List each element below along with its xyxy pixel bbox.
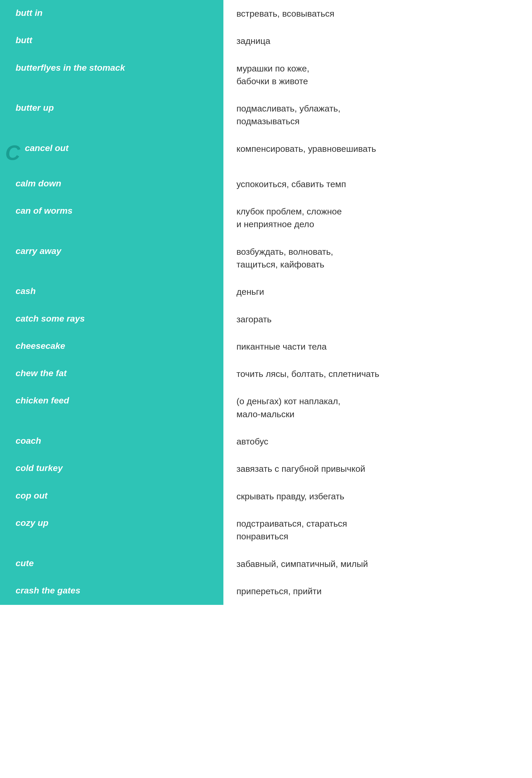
entry-translation: подмасливать, ублажать,подмазываться — [236, 102, 340, 128]
entry-left-coach: coach — [0, 428, 224, 455]
entry-translation: скрывать правду, избегать — [236, 490, 344, 503]
entry-translation: деньги — [236, 286, 264, 298]
entry-term: cancel out — [25, 143, 69, 154]
entry-translation: задница — [236, 34, 270, 47]
entries-list: butt inвстревать, всовыватьсяbuttзадница… — [0, 0, 532, 778]
entry-left-cancel-out: Ccancel out — [0, 135, 224, 170]
entry-term: cute — [16, 558, 34, 569]
entry-left-cute: cute — [0, 550, 224, 577]
entry-term: butt — [16, 34, 32, 46]
entry-right-cash: деньги — [224, 278, 532, 305]
entry-row: crash the gatesприпереться, прийти — [0, 577, 532, 605]
entry-right-catch-some-rays: загорать — [224, 306, 532, 333]
entry-translation: встревать, всовываться — [236, 7, 334, 20]
entry-left-butt-in: butt in — [0, 0, 224, 27]
entry-right-cheesecake: пикантные части тела — [224, 333, 532, 360]
entry-translation: завязать с пагубной привычкой — [236, 462, 365, 475]
entry-translation: мурашки по коже,бабочки в животе — [236, 62, 309, 88]
entry-term: cold turkey — [16, 462, 63, 474]
entry-row: cop outскрывать правду, избегать — [0, 483, 532, 510]
entry-right-butt: задница — [224, 27, 532, 55]
entry-row: butt inвстревать, всовываться — [0, 0, 532, 27]
section-letter-C: C — [5, 143, 20, 163]
dictionary-container: butt inвстревать, всовыватьсяbuttзадница… — [0, 0, 532, 778]
entry-translation: пикантные части тела — [236, 340, 327, 353]
entry-translation: возбуждать, волновать,тащиться, кайфоват… — [236, 245, 333, 271]
entry-left-cold-turkey: cold turkey — [0, 455, 224, 482]
entry-row: Ccancel outкомпенсировать, уравновешиват… — [0, 135, 532, 170]
entry-right-chew-the-fat: точить лясы, болтать, сплетничать — [224, 360, 532, 388]
entry-left-carry-away: carry away — [0, 238, 224, 279]
entry-right-cop-out: скрывать правду, избегать — [224, 483, 532, 510]
entry-left-cheesecake: cheesecake — [0, 333, 224, 360]
entry-term: cop out — [16, 490, 48, 501]
entry-left-cop-out: cop out — [0, 483, 224, 510]
entry-translation: клубок проблем, сложноеи неприятное дело — [236, 205, 342, 231]
entry-row: chew the fatточить лясы, болтать, сплетн… — [0, 360, 532, 388]
entry-term: cozy up — [16, 517, 49, 529]
entry-left-butter-up: butter up — [0, 95, 224, 135]
entry-term: carry away — [16, 245, 61, 256]
entry-term: chicken feed — [16, 395, 69, 406]
entry-row: cold turkeyзавязать с пагубной привычкой — [0, 455, 532, 482]
entry-right-cute: забавный, симпатичный, милый — [224, 550, 532, 577]
entry-row: calm downуспокоиться, сбавить темп — [0, 170, 532, 198]
entry-right-cozy-up: подстраиваться, старатьсяпонравиться — [224, 510, 532, 550]
entry-left-crash-the-gates: crash the gates — [0, 577, 224, 605]
entry-left-cozy-up: cozy up — [0, 510, 224, 550]
entry-row: buttзадница — [0, 27, 532, 55]
entry-row: cozy upподстраиваться, старатьсяпонравит… — [0, 510, 532, 550]
entry-translation: успокоиться, сбавить темп — [236, 178, 346, 190]
entry-row: carry awayвозбуждать, волновать,тащиться… — [0, 238, 532, 279]
entry-translation: подстраиваться, старатьсяпонравиться — [236, 517, 347, 543]
entry-left-calm-down: calm down — [0, 170, 224, 198]
entry-term: calm down — [16, 178, 61, 189]
entry-translation: точить лясы, болтать, сплетничать — [236, 368, 379, 380]
entry-right-chicken-feed: (о деньгах) кот наплакал,мало-мальски — [224, 388, 532, 428]
entry-term: chew the fat — [16, 368, 67, 379]
entry-row: coachавтобус — [0, 428, 532, 455]
entry-translation: забавный, симпатичный, милый — [236, 558, 368, 570]
entry-row: cheesecakeпикантные части тела — [0, 333, 532, 360]
entry-left-can-of-worms: can of worms — [0, 198, 224, 238]
entry-translation: припереться, прийти — [236, 585, 322, 598]
entry-left-chicken-feed: chicken feed — [0, 388, 224, 428]
entry-translation: загорать — [236, 313, 271, 326]
entry-left-butterflyes-in-the-stomack: butterflyes in the stomack — [0, 55, 224, 95]
entry-term: crash the gates — [16, 585, 80, 596]
entry-right-butterflyes-in-the-stomack: мурашки по коже,бабочки в животе — [224, 55, 532, 95]
entry-row: can of wormsклубок проблем, сложноеи неп… — [0, 198, 532, 238]
entry-translation: компенсировать, уравновешивать — [236, 143, 376, 155]
entry-right-carry-away: возбуждать, волновать,тащиться, кайфоват… — [224, 238, 532, 279]
entry-row: butterflyes in the stomackмурашки по кож… — [0, 55, 532, 95]
entry-right-butt-in: встревать, всовываться — [224, 0, 532, 27]
entry-term: butterflyes in the stomack — [16, 62, 125, 73]
entry-row: chicken feed(о деньгах) кот наплакал,мал… — [0, 388, 532, 428]
entry-term: butter up — [16, 102, 54, 113]
entry-row: catch some raysзагорать — [0, 306, 532, 333]
entry-term: cheesecake — [16, 340, 65, 352]
entry-term: catch some rays — [16, 313, 85, 324]
entry-left-cash: cash — [0, 278, 224, 305]
entry-row: butter upподмасливать, ублажать,подмазыв… — [0, 95, 532, 135]
entry-right-calm-down: успокоиться, сбавить темп — [224, 170, 532, 198]
entry-translation: автобус — [236, 435, 268, 448]
entry-row: cuteзабавный, симпатичный, милый — [0, 550, 532, 577]
entry-left-chew-the-fat: chew the fat — [0, 360, 224, 388]
entry-left-butt: butt — [0, 27, 224, 55]
entry-term: butt in — [16, 7, 42, 18]
entry-term: cash — [16, 286, 36, 297]
entry-term: coach — [16, 435, 41, 446]
entry-row: cashденьги — [0, 278, 532, 305]
entry-right-coach: автобус — [224, 428, 532, 455]
entry-left-catch-some-rays: catch some rays — [0, 306, 224, 333]
entry-right-crash-the-gates: припереться, прийти — [224, 577, 532, 605]
entry-translation: (о деньгах) кот наплакал,мало-мальски — [236, 395, 340, 420]
entry-term: can of worms — [16, 205, 73, 216]
entry-right-butter-up: подмасливать, ублажать,подмазываться — [224, 95, 532, 135]
entry-right-can-of-worms: клубок проблем, сложноеи неприятное дело — [224, 198, 532, 238]
entry-right-cold-turkey: завязать с пагубной привычкой — [224, 455, 532, 482]
entry-right-cancel-out: компенсировать, уравновешивать — [224, 135, 532, 170]
